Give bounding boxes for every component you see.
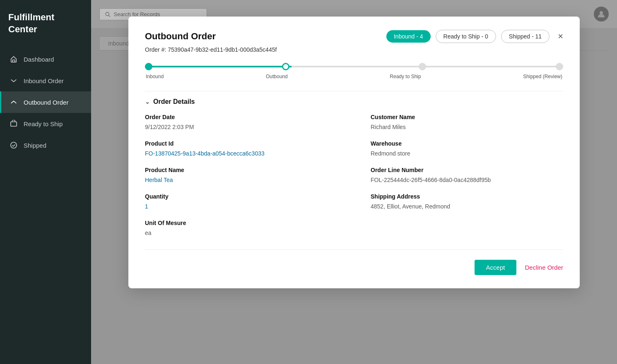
chevron-icon: ⌄ — [145, 98, 150, 105]
detail-order-date: Order Date 9/12/2022 2:03 PM — [145, 114, 354, 140]
order-date-value: 9/12/2022 2:03 PM — [145, 124, 354, 130]
svg-point-2 — [11, 142, 17, 148]
detail-shipping-address: Shipping Address 4852, Elliot, Avenue, R… — [354, 193, 563, 220]
modal-header-right: Inbound - 4 Ready to Ship - 0 Shipped - … — [386, 30, 563, 43]
product-id-value: FO-13870425-9a13-4bda-a054-bcecca6c3033 — [145, 150, 354, 157]
badge-ready[interactable]: Ready to Ship - 0 — [436, 30, 496, 43]
sidebar: Fulfillment Center Dashboard Inbound Ord… — [0, 0, 91, 364]
step-label-ready: Ready to Ship — [390, 74, 421, 79]
details-grid: Order Date 9/12/2022 2:03 PM Customer Na… — [145, 114, 563, 246]
warehouse-value: Redmond store — [371, 150, 563, 157]
quantity-value: 1 — [145, 203, 354, 210]
section-title: Order Details — [153, 98, 195, 105]
progress-dots — [145, 63, 563, 70]
sidebar-item-ready[interactable]: Ready to Ship — [0, 113, 91, 134]
detail-empty — [354, 220, 563, 246]
warehouse-label: Warehouse — [371, 140, 563, 147]
unit-value: ea — [145, 230, 354, 236]
modal-header: Outbound Order Inbound - 4 Ready to Ship… — [145, 30, 563, 43]
detail-quantity: Quantity 1 — [145, 193, 354, 220]
product-id-label: Product Id — [145, 140, 354, 147]
progress-labels: Inbound Outbound Ready to Ship Shipped (… — [145, 74, 563, 79]
customer-name-label: Customer Name — [371, 114, 563, 120]
shipping-address-label: Shipping Address — [371, 193, 563, 200]
unit-label: Unit Of Mesure — [145, 220, 354, 226]
order-number-value: 75390a47-9b32-ed11-9db1-000d3a5c445f — [168, 46, 277, 53]
main-area: Inbound Ready to Ship Shipped - 11 Outbo… — [91, 0, 617, 364]
sidebar-item-inbound[interactable]: Inbound Order — [0, 70, 91, 91]
svg-rect-0 — [12, 60, 14, 62]
product-name-value: Herbal Tea — [145, 177, 354, 183]
modal-overlay: Outbound Order Inbound - 4 Ready to Ship… — [91, 0, 617, 364]
sidebar-item-outbound-label: Outbound Order — [24, 99, 68, 106]
sidebar-item-dashboard[interactable]: Dashboard — [0, 48, 91, 70]
step-label-shipped: Shipped (Review) — [523, 74, 562, 79]
ready-icon — [10, 120, 18, 128]
modal-title: Outbound Order — [145, 31, 216, 42]
detail-product-id: Product Id FO-13870425-9a13-4bda-a054-bc… — [145, 140, 354, 167]
close-button[interactable]: × — [558, 32, 563, 41]
product-name-label: Product Name — [145, 167, 354, 173]
sidebar-item-shipped-label: Shipped — [24, 142, 46, 149]
step-label-inbound: Inbound — [146, 74, 164, 79]
order-line-value: FOL-225444dc-26f5-4666-8da0-0ac4288df95b — [371, 177, 563, 183]
quantity-label: Quantity — [145, 193, 354, 200]
detail-warehouse: Warehouse Redmond store — [354, 140, 563, 167]
outbound-icon — [10, 98, 18, 106]
sidebar-item-shipped[interactable]: Shipped — [0, 134, 91, 156]
order-line-label: Order Line Number — [371, 167, 563, 173]
sidebar-item-outbound[interactable]: Outbound Order — [0, 91, 91, 113]
section-header[interactable]: ⌄ Order Details — [145, 91, 563, 105]
step-dot-outbound — [282, 63, 289, 70]
order-date-label: Order Date — [145, 114, 354, 120]
step-label-outbound: Outbound — [266, 74, 288, 79]
progress-track — [145, 63, 563, 70]
app-title: Fulfillment Center — [0, 0, 91, 48]
progress-tracker: Inbound Outbound Ready to Ship Shipped (… — [145, 63, 563, 79]
badge-inbound[interactable]: Inbound - 4 — [386, 30, 431, 43]
shipped-icon — [10, 141, 18, 149]
detail-unit-of-measure: Unit Of Mesure ea — [145, 220, 354, 246]
shipping-address-value: 4852, Elliot, Avenue, Redmond — [371, 203, 563, 210]
modal: Outbound Order Inbound - 4 Ready to Ship… — [128, 17, 580, 288]
home-icon — [10, 55, 18, 63]
order-number: Order #: 75390a47-9b32-ed11-9db1-000d3a5… — [145, 46, 563, 53]
inbound-icon — [10, 77, 18, 85]
svg-rect-1 — [11, 122, 17, 127]
sidebar-nav: Dashboard Inbound Order Outbound Order — [0, 48, 91, 156]
decline-button[interactable]: Decline Order — [525, 264, 563, 271]
detail-customer-name: Customer Name Richard Miles — [354, 114, 563, 140]
customer-name-value: Richard Miles — [371, 124, 563, 130]
step-dot-inbound — [145, 63, 152, 70]
badge-shipped[interactable]: Shipped - 11 — [501, 30, 550, 43]
step-dot-ready — [419, 63, 426, 70]
modal-footer: Accept Decline Order — [145, 249, 563, 275]
detail-product-name: Product Name Herbal Tea — [145, 167, 354, 193]
accept-button[interactable]: Accept — [475, 260, 517, 275]
detail-order-line: Order Line Number FOL-225444dc-26f5-4666… — [354, 167, 563, 193]
step-dot-shipped — [556, 63, 563, 70]
sidebar-item-ready-label: Ready to Ship — [24, 120, 63, 127]
sidebar-item-inbound-label: Inbound Order — [24, 77, 64, 84]
order-number-label: Order #: — [145, 46, 166, 53]
sidebar-item-dashboard-label: Dashboard — [24, 56, 54, 63]
